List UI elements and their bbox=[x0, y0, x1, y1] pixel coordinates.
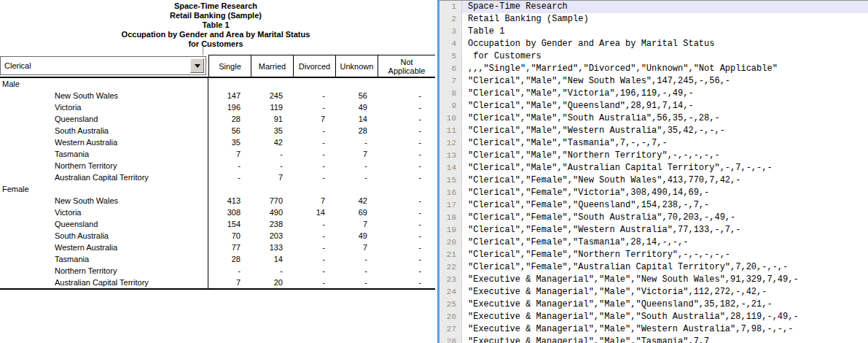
editor-line[interactable]: 13"Clerical","Male","Northern Territory"… bbox=[439, 150, 868, 162]
line-text[interactable]: "Executive & Managerial","Male","Western… bbox=[462, 323, 868, 336]
line-text[interactable]: "Clerical","Female","Northern Territory"… bbox=[462, 249, 868, 261]
line-number: 17 bbox=[439, 199, 462, 212]
editor-line[interactable]: 11"Clerical","Male","Western Australia",… bbox=[439, 125, 868, 137]
editor-line[interactable]: 1Space-Time Research bbox=[439, 1, 868, 13]
line-text[interactable]: Space-Time Research bbox=[462, 1, 868, 13]
line-text[interactable]: "Executive & Managerial","Male","New Sou… bbox=[462, 274, 868, 286]
line-text[interactable]: "Executive & Managerial","Male","South A… bbox=[462, 311, 868, 323]
value-cell: 14 bbox=[335, 115, 378, 123]
line-text[interactable]: "Executive & Managerial","Male","Queensl… bbox=[462, 298, 868, 311]
value-cell: - bbox=[293, 161, 335, 170]
editor-line[interactable]: 7"Clerical","Male","New South Wales",147… bbox=[439, 75, 868, 88]
editor-line[interactable]: 21"Clerical","Female","Northern Territor… bbox=[439, 249, 868, 261]
editor-lines[interactable]: 1Space-Time Research2Retail Banking (Sam… bbox=[439, 0, 868, 343]
value-cell: - bbox=[378, 150, 435, 158]
editor-line[interactable]: 12"Clerical","Male","Tasmania",7,-,-,7,- bbox=[439, 137, 868, 150]
value-cell: - bbox=[293, 126, 335, 135]
row-label: Australian Capital Territory bbox=[0, 277, 208, 288]
column-header-unknown: Unknown bbox=[335, 55, 378, 77]
value-cell: 28 bbox=[335, 126, 378, 135]
line-text[interactable]: "Clerical","Female","Victoria",308,490,1… bbox=[462, 187, 868, 199]
table-row[interactable]: Tasmania7--7- bbox=[0, 148, 435, 160]
line-text[interactable]: "Clerical","Female","Tasmania",28,14,-,-… bbox=[462, 236, 868, 249]
line-text[interactable]: "Clerical","Male","Australian Capital Te… bbox=[462, 162, 868, 174]
value-cell: - bbox=[335, 266, 378, 275]
line-text[interactable]: Retail Banking (Sample) bbox=[462, 13, 868, 26]
editor-line[interactable]: 15"Clerical","Female","New South Wales",… bbox=[439, 174, 868, 187]
occupation-dropdown[interactable]: Clerical bbox=[0, 56, 206, 75]
editor-line[interactable]: 20"Clerical","Female","Tasmania",28,14,-… bbox=[439, 236, 868, 249]
editor-line[interactable]: 18"Clerical","Female","South Australia",… bbox=[439, 212, 868, 224]
title-table-name: Occupation by Gender and Area by Marital… bbox=[0, 30, 431, 39]
line-text[interactable]: "Clerical","Female","Australian Capital … bbox=[462, 261, 868, 274]
table-row[interactable]: Australian Capital Territory-7--- bbox=[0, 172, 435, 183]
editor-line[interactable]: 10"Clerical","Male","South Australia",56… bbox=[439, 112, 868, 125]
table-row[interactable]: Northern Territory----- bbox=[0, 160, 435, 172]
line-text[interactable]: Occupation by Gender and Area by Marital… bbox=[462, 38, 868, 50]
editor-line[interactable]: 28"Executive & Managerial","Male","Tasma… bbox=[439, 336, 868, 343]
line-number: 12 bbox=[439, 137, 462, 150]
editor-line[interactable]: 26"Executive & Managerial","Male","South… bbox=[439, 311, 868, 323]
dropdown-arrow-button[interactable] bbox=[190, 58, 204, 73]
table-row[interactable]: New South Wales147245-56- bbox=[0, 90, 435, 101]
table-row[interactable]: Northern Territory----- bbox=[0, 265, 435, 277]
line-number: 15 bbox=[439, 174, 462, 187]
line-number: 8 bbox=[439, 88, 462, 100]
group-row[interactable]: Male bbox=[0, 78, 435, 90]
line-text[interactable]: "Clerical","Male","New South Wales",147,… bbox=[462, 75, 868, 88]
line-text[interactable]: "Clerical","Female","Western Australia",… bbox=[462, 224, 868, 236]
line-text[interactable]: "Clerical","Male","Tasmania",7,-,-,7,- bbox=[462, 137, 868, 150]
line-text[interactable]: "Clerical","Male","Northern Territory",-… bbox=[462, 150, 868, 162]
editor-line[interactable]: 5 for Customers bbox=[439, 50, 868, 63]
editor-line[interactable]: 19"Clerical","Female","Western Australia… bbox=[439, 224, 868, 236]
line-text[interactable]: for Customers bbox=[462, 50, 868, 63]
editor-line[interactable]: 14"Clerical","Male","Australian Capital … bbox=[439, 162, 868, 174]
table-row[interactable]: Queensland154238-7- bbox=[0, 218, 435, 230]
line-text[interactable]: Table 1 bbox=[462, 26, 868, 38]
editor-line[interactable]: 9"Clerical","Male","Queensland",28,91,7,… bbox=[439, 100, 868, 112]
value-cell: 49 bbox=[335, 103, 378, 112]
editor-line[interactable]: 16"Clerical","Female","Victoria",308,490… bbox=[439, 187, 868, 199]
column-header-single: Single bbox=[208, 55, 251, 77]
line-text[interactable]: "Clerical","Female","South Australia",70… bbox=[462, 212, 868, 224]
value-cell: - bbox=[378, 115, 435, 123]
editor-line[interactable]: 24"Executive & Managerial","Male","Victo… bbox=[439, 286, 868, 298]
line-text[interactable]: "Clerical","Male","South Australia",56,3… bbox=[462, 112, 868, 125]
line-text[interactable]: "Executive & Managerial","Male","Tasmani… bbox=[462, 336, 868, 343]
line-text[interactable]: "Clerical","Female","New South Wales",41… bbox=[462, 174, 868, 187]
editor-line[interactable]: 3Table 1 bbox=[439, 26, 868, 38]
value-cell: - bbox=[293, 173, 335, 182]
table-row[interactable]: South Australia5635-28- bbox=[0, 125, 435, 136]
table-row[interactable]: Western Australia77133-7- bbox=[0, 242, 435, 253]
editor-line[interactable]: 17"Clerical","Female","Queensland",154,2… bbox=[439, 199, 868, 212]
occupation-dropdown-value: Clerical bbox=[4, 61, 31, 70]
table-row[interactable]: South Australia70203-49- bbox=[0, 230, 435, 242]
table-row[interactable]: Victoria3084901469- bbox=[0, 207, 435, 218]
editor-line[interactable]: 4Occupation by Gender and Area by Marita… bbox=[439, 38, 868, 50]
table-row[interactable]: Tasmania2814--- bbox=[0, 253, 435, 265]
line-number: 3 bbox=[439, 26, 462, 38]
line-text[interactable]: "Clerical","Female","Queensland",154,238… bbox=[462, 199, 868, 212]
line-text[interactable]: "Clerical","Male","Western Australia",35… bbox=[462, 125, 868, 137]
line-text[interactable]: ,,,"Single","Married","Divorced","Unknow… bbox=[462, 63, 868, 75]
value-cell: 20 bbox=[251, 278, 293, 287]
editor-line[interactable]: 22"Clerical","Female","Australian Capita… bbox=[439, 261, 868, 274]
editor-line[interactable]: 27"Executive & Managerial","Male","Weste… bbox=[439, 323, 868, 336]
editor-line[interactable]: 23"Executive & Managerial","Male","New S… bbox=[439, 274, 868, 286]
group-row[interactable]: Female bbox=[0, 183, 435, 195]
editor-line[interactable]: 8"Clerical","Male","Victoria",196,119,-,… bbox=[439, 88, 868, 100]
table-row[interactable]: Victoria196119-49- bbox=[0, 101, 435, 113]
table-row[interactable]: Queensland2891714- bbox=[0, 113, 435, 125]
editor-line[interactable]: 25"Executive & Managerial","Male","Queen… bbox=[439, 298, 868, 311]
line-number: 18 bbox=[439, 212, 462, 224]
table-row[interactable]: Australian Capital Territory720--- bbox=[0, 277, 435, 288]
value-cell: 7 bbox=[335, 220, 378, 228]
editor-line[interactable]: 6,,,"Single","Married","Divorced","Unkno… bbox=[439, 63, 868, 75]
line-text[interactable]: "Clerical","Male","Queensland",28,91,7,1… bbox=[462, 100, 868, 112]
table-row[interactable]: Western Australia3542--- bbox=[0, 136, 435, 148]
value-cell: 7 bbox=[251, 173, 293, 182]
table-row[interactable]: New South Wales413770742- bbox=[0, 195, 435, 207]
line-text[interactable]: "Clerical","Male","Victoria",196,119,-,4… bbox=[462, 88, 868, 100]
editor-line[interactable]: 2Retail Banking (Sample) bbox=[439, 13, 868, 26]
line-text[interactable]: "Executive & Managerial","Male","Victori… bbox=[462, 286, 868, 298]
